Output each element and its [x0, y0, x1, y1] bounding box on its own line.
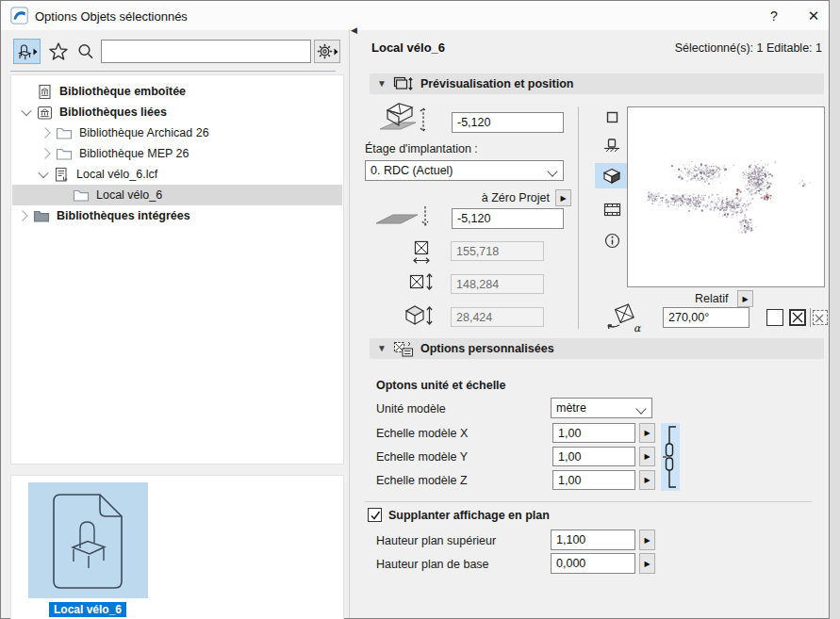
favorites-button[interactable]	[45, 40, 71, 63]
titlebar[interactable]: Options Objets sélectionnés ? ✕	[1, 1, 829, 30]
size-z-icon	[404, 304, 434, 327]
section-custom-options[interactable]: ▼ Options personnalisées	[370, 338, 824, 359]
star-icon	[48, 41, 69, 61]
object-thumbnail[interactable]	[28, 482, 148, 598]
chevron-down-icon	[635, 403, 646, 414]
story-dropdown-value: 0. RDC (Actuel)	[371, 164, 453, 177]
favorites-panel: Local vélo_6	[10, 475, 344, 619]
dim-y-input	[451, 274, 544, 294]
size-x-icon	[412, 240, 431, 265]
chevron-down-icon[interactable]	[38, 168, 48, 178]
folder-filled-icon	[33, 209, 50, 223]
relative-flyout-button[interactable]: ▶	[737, 290, 753, 307]
selected-object-title: Local vélo_6	[371, 41, 445, 55]
panel-divider[interactable]	[349, 29, 350, 618]
chair-icon	[17, 43, 33, 60]
size-y-icon	[409, 272, 434, 291]
embedded-library-icon	[37, 84, 53, 100]
help-button[interactable]: ?	[761, 5, 787, 26]
story-label: Étage d'implantation :	[365, 142, 478, 155]
section-title: Prévisualisation et position	[420, 77, 574, 90]
rotation-input[interactable]	[663, 307, 749, 328]
collapse-panel-arrow[interactable]: ◀	[351, 25, 357, 35]
close-button[interactable]: ✕	[800, 5, 827, 26]
tree-item-archicad-library[interactable]: Bibliothèque Archicad 26	[12, 122, 342, 143]
tree-item-local-velo-selected[interactable]: Local vélo_6	[12, 185, 342, 205]
tree-item-label: Local vélo_6	[96, 188, 162, 202]
scale-y-input[interactable]	[552, 447, 635, 466]
front-view-icon	[603, 138, 620, 154]
scale-x-input[interactable]	[552, 423, 635, 443]
toolbar-separator	[10, 71, 336, 72]
mode-front-view-button[interactable]	[602, 136, 621, 155]
plan-top-flyout-button[interactable]: ▶	[639, 529, 655, 550]
search-icon	[76, 42, 95, 61]
unit-dropdown[interactable]: mètre	[551, 398, 652, 418]
folder-icon	[73, 188, 90, 203]
lcf-file-icon	[54, 167, 70, 183]
tree-item-lcf-container[interactable]: Local vélo_6.lcf	[12, 164, 342, 185]
check-icon	[370, 510, 381, 521]
mirror-off-toggle[interactable]	[766, 309, 783, 326]
scale-z-label: Echelle modèle Z	[376, 474, 468, 487]
plan-top-input[interactable]	[551, 529, 635, 550]
search-button[interactable]	[74, 40, 98, 63]
unit-label: Unité modèle	[376, 402, 446, 415]
mode-info-button[interactable]	[602, 231, 621, 250]
mode-3d-view-button[interactable]	[602, 167, 621, 186]
chain-link-icon	[661, 423, 680, 491]
override-plan-checkbox[interactable]	[368, 508, 382, 522]
chevron-down-icon[interactable]	[21, 106, 31, 116]
scale-z-flyout-button[interactable]: ▶	[639, 470, 655, 490]
scale-y-flyout-button[interactable]: ▶	[639, 447, 655, 466]
tree-item-label: Bibliothèques liées	[59, 106, 167, 119]
plan-base-input[interactable]	[551, 553, 635, 574]
story-dropdown[interactable]: 0. RDC (Actuel)	[365, 160, 564, 181]
gear-icon	[317, 43, 333, 59]
zero-project-label: à Zéro Projet	[452, 191, 550, 204]
mirror-mixed-toggle[interactable]	[813, 310, 828, 325]
info-icon	[604, 233, 620, 249]
chevron-right-icon[interactable]	[17, 210, 27, 220]
archicad-app-icon	[10, 7, 28, 24]
object-document-chair-icon	[47, 492, 130, 590]
section-collapse-triangle[interactable]: ▼	[377, 344, 387, 353]
plan-base-flyout-button[interactable]: ▶	[639, 553, 655, 574]
svg-text:α: α	[634, 322, 642, 334]
section-preview-position[interactable]: ▼ Prévisualisation et position	[370, 73, 824, 94]
scale-y-label: Echelle modèle Y	[376, 450, 468, 464]
elevation-top-input[interactable]	[452, 112, 564, 133]
scale-z-input[interactable]	[552, 470, 635, 490]
object-type-button[interactable]	[13, 39, 41, 64]
background-app-sliver	[830, 0, 840, 619]
thumbnail-label[interactable]: Local vélo_6	[49, 602, 126, 617]
chevron-right-icon[interactable]	[40, 148, 50, 158]
section-divider	[365, 501, 812, 502]
chevron-right-icon[interactable]	[40, 127, 50, 138]
mirror-on-toggle[interactable]	[789, 309, 806, 326]
tree-item-embedded-library[interactable]: Bibliothèque emboîtée	[12, 81, 342, 102]
tree-item-label: Bibliothèque MEP 26	[79, 147, 189, 160]
mode-preview-picture-button[interactable]	[602, 200, 621, 219]
section-collapse-triangle[interactable]: ▼	[377, 79, 387, 89]
mode-2d-symbol-button[interactable]	[602, 107, 621, 126]
link-scales-toggle[interactable]	[661, 423, 680, 491]
x-mark-icon	[814, 313, 825, 324]
search-input[interactable]	[101, 40, 311, 63]
scale-x-flyout-button[interactable]: ▶	[639, 423, 655, 443]
unit-dropdown-value: mètre	[556, 401, 586, 415]
tree-item-linked-libraries[interactable]: Bibliothèques liées	[12, 102, 342, 122]
options-objets-dialog-window: Options Objets sélectionnés ? ✕	[0, 0, 840, 619]
cube-3d-icon	[602, 168, 621, 185]
tree-item-label: Bibliothèque Archicad 26	[79, 126, 209, 139]
tree-item-builtin-libraries[interactable]: Bibliothèques intégrées	[12, 205, 342, 226]
plan-top-label: Hauteur plan supérieur	[376, 534, 496, 547]
elevation-bottom-input[interactable]	[452, 208, 564, 229]
x-mark-icon	[791, 311, 804, 324]
zero-project-flyout-button[interactable]: ▶	[555, 189, 571, 206]
settings-button[interactable]	[314, 40, 340, 63]
tree-item-mep-library[interactable]: Bibliothèque MEP 26	[12, 143, 342, 164]
dim-x-input	[451, 241, 544, 261]
override-plan-label: Supplanter affichage en plan	[388, 509, 550, 522]
object-3d-preview[interactable]	[627, 106, 825, 287]
